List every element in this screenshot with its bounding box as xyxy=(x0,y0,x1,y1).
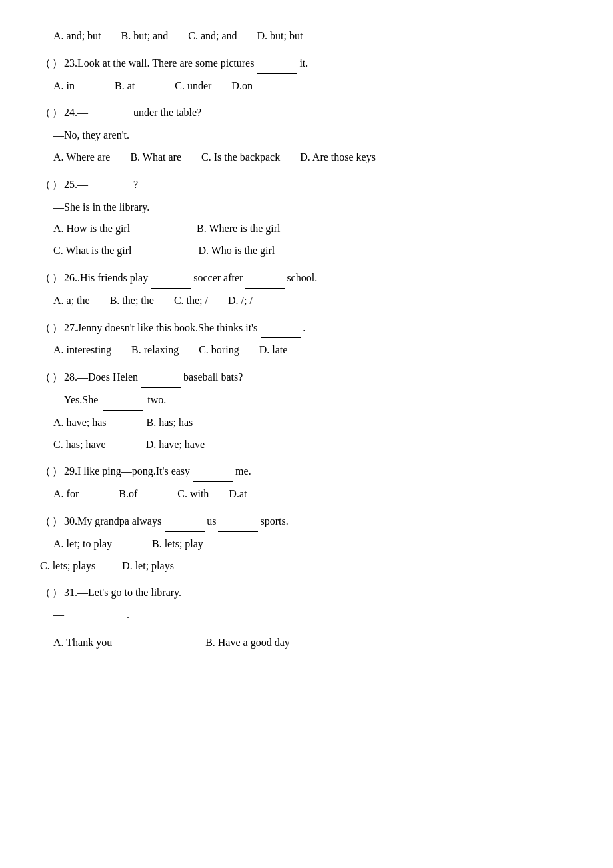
q27-blank xyxy=(261,319,301,339)
q24-options: A. Where are B. What are C. Is the backp… xyxy=(40,148,573,167)
q30-mid: us xyxy=(207,512,216,531)
q29-paren-close: ） xyxy=(52,462,64,481)
q26-option-b: B. the; the xyxy=(110,291,154,311)
q26-option-d: D. /; / xyxy=(228,291,253,311)
q30-number: 30.My grandpa always xyxy=(64,512,161,531)
exam-content: A. and; but B. but; and C. and; and D. b… xyxy=(40,27,573,653)
q25-option-c: C. What is the girl xyxy=(53,241,131,261)
q25-paren: （ xyxy=(40,175,52,195)
q22-option-d: D. but; but xyxy=(257,27,303,46)
q31-paren-close: ） xyxy=(52,583,64,603)
q30-option-b: B. lets; play xyxy=(152,535,203,554)
q31-options: A. Thank you B. Have a good day xyxy=(40,633,573,653)
q24-paren-close: ） xyxy=(52,103,64,123)
q31-option-b: B. Have a good day xyxy=(205,633,290,653)
q23-line: （ ） 23.Look at the wall. There are some … xyxy=(40,54,573,74)
q30-line: （ ） 30.My grandpa always us sports. xyxy=(40,512,573,532)
q25-suffix: ? xyxy=(133,175,138,195)
q30-options-row1: A. let; to play B. lets; play xyxy=(40,535,573,554)
q25-option-a: A. How is the girl xyxy=(53,219,130,239)
q27-option-a: A. interesting xyxy=(53,341,111,360)
q23-number: 23.Look at the wall. There are some pict… xyxy=(64,54,254,73)
q30-blank2 xyxy=(218,512,258,532)
q28-option-a: A. have; has xyxy=(53,413,107,433)
q23-options: A. in B. at C. under D.on xyxy=(40,77,573,96)
q27-paren-close: ） xyxy=(52,319,64,338)
q22-option-b: B. but; and xyxy=(121,27,169,46)
q30-paren-close: ） xyxy=(52,512,64,531)
q27-option-c: C. boring xyxy=(199,341,239,360)
q28-blank2 xyxy=(103,391,143,411)
q22-option-a: A. and; but xyxy=(53,27,101,46)
q25-number: 25.— xyxy=(64,175,88,195)
q29-option-b: B.of xyxy=(119,485,137,504)
q29-option-d: D.at xyxy=(229,485,247,504)
q26-mid: soccer after xyxy=(193,269,243,288)
q30-blank1 xyxy=(165,512,205,532)
q22-options: A. and; but B. but; and C. and; and D. b… xyxy=(40,27,573,46)
q24-answer: —No, they aren't. xyxy=(40,126,573,145)
q31-paren: （ xyxy=(40,583,52,603)
q26-blank2 xyxy=(245,269,285,289)
q28-answer-suffix: two. xyxy=(147,394,166,405)
q22-option-c: C. and; and xyxy=(188,27,237,46)
q28-answer: —Yes.She two. xyxy=(40,391,573,411)
q31-dash: — xyxy=(53,609,64,620)
q24-option-a: A. Where are xyxy=(53,148,110,167)
q24-option-c: C. Is the backpack xyxy=(201,148,280,167)
q25-option-b: B. Where is the girl xyxy=(197,219,280,239)
q25-option-d: D. Who is the girl xyxy=(198,241,275,261)
q29-line: （ ） 29.I like ping—pong.It's easy me. xyxy=(40,462,573,482)
q29-option-c: C. with xyxy=(177,485,209,504)
q24-blank xyxy=(91,103,131,123)
q31-line: （ ） 31.—Let's go to the library. xyxy=(40,583,573,603)
q28-mid: baseball bats? xyxy=(183,368,243,387)
q26-paren: （ xyxy=(40,269,52,288)
q24-line: （ ） 24.— under the table? xyxy=(40,103,573,123)
q23-paren-close: ） xyxy=(52,54,64,73)
q26-option-c: C. the; / xyxy=(174,291,208,311)
q27-suffix: . xyxy=(303,319,305,338)
q24-answer-text: —No, they aren't. xyxy=(53,129,129,141)
q29-blank xyxy=(193,462,233,482)
q30-options-row2: C. lets; plays D. let; plays xyxy=(40,557,573,576)
q23-suffix: it. xyxy=(299,54,308,73)
q26-blank1 xyxy=(151,269,191,289)
q28-answer-text: —Yes.She xyxy=(53,394,98,405)
q27-line: （ ） 27.Jenny doesn't like this book.She … xyxy=(40,319,573,339)
q23-paren: （ xyxy=(40,54,52,73)
q26-suffix: school. xyxy=(287,269,317,288)
q28-option-c: C. has; have xyxy=(53,435,106,455)
q25-options-row2: C. What is the girl D. Who is the girl xyxy=(40,241,573,261)
q29-options: A. for B.of C. with D.at xyxy=(40,485,573,504)
q24-option-d: D. Are those keys xyxy=(300,148,376,167)
q24-suffix: under the table? xyxy=(133,103,201,123)
q25-answer: —She is in the library. xyxy=(40,198,573,217)
q23-option-c: C. under xyxy=(175,77,211,96)
q28-paren-close: ） xyxy=(52,368,64,387)
q25-paren-close: ） xyxy=(52,175,64,195)
q29-suffix: me. xyxy=(235,462,251,481)
q28-number: 28.—Does Helen xyxy=(64,368,138,387)
q27-option-d: D. late xyxy=(259,341,288,360)
q30-option-d: D. let; plays xyxy=(122,557,174,576)
q23-option-b: B. at xyxy=(115,77,135,96)
q25-blank xyxy=(91,175,131,195)
q26-paren-close: ） xyxy=(52,269,64,288)
q24-paren: （ xyxy=(40,103,52,123)
q23-option-d: D.on xyxy=(231,77,253,96)
q28-blank1 xyxy=(141,368,181,388)
q28-options-row2: C. has; have D. have; have xyxy=(40,435,573,455)
q26-option-a: A. a; the xyxy=(53,291,90,311)
q26-number: 26..His friends play xyxy=(64,269,148,288)
q30-paren: （ xyxy=(40,512,52,531)
q25-options-row1: A. How is the girl B. Where is the girl xyxy=(40,219,573,239)
q25-line: （ ） 25.— ? xyxy=(40,175,573,195)
q29-option-a: A. for xyxy=(53,485,79,504)
q31-period: . xyxy=(127,609,129,620)
q27-option-b: B. relaxing xyxy=(131,341,179,360)
q27-number: 27.Jenny doesn't like this book.She thin… xyxy=(64,319,257,338)
q25-answer-text: —She is in the library. xyxy=(53,201,149,213)
q31-blank xyxy=(69,605,122,625)
q31-answer: — . xyxy=(40,605,573,625)
